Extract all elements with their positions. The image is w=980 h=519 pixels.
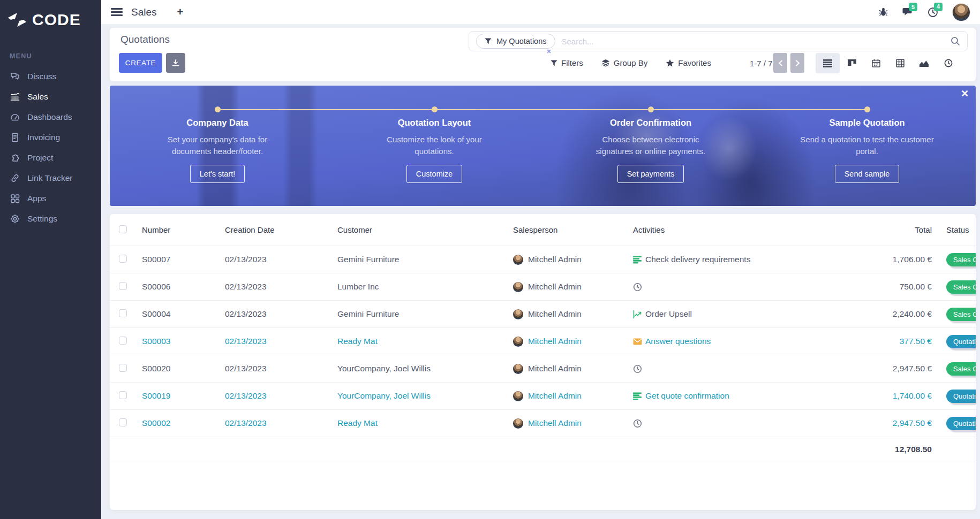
facet-label: My Quotations [496, 37, 547, 45]
view-graph-icon[interactable] [912, 53, 936, 73]
sidebar: CODE MENU Discuss Sales Dashboards Invoi… [0, 0, 101, 519]
row-checkbox[interactable] [119, 309, 127, 317]
table-row[interactable]: S00004 02/13/2023 Gemini Furniture Mitch… [110, 301, 976, 328]
table-footer: 12,708.50 [110, 437, 976, 462]
activity-cell[interactable]: Order Upsell [633, 309, 820, 319]
table-row[interactable]: S00019 02/13/2023 YourCompany, Joel Will… [110, 383, 976, 410]
row-checkbox[interactable] [119, 364, 127, 372]
activities-count-badge: 4 [934, 3, 943, 11]
column-header-creation-date[interactable]: Creation Date [225, 225, 337, 234]
view-pivot-icon[interactable] [888, 53, 912, 73]
table-row[interactable]: S00002 02/13/2023 Ready Mat Mitchell Adm… [110, 410, 976, 437]
customize-button[interactable]: Customize [406, 165, 463, 183]
activity-icon [633, 364, 642, 373]
sidebar-item-project[interactable]: Project [0, 148, 101, 168]
table-row[interactable]: S00003 02/13/2023 Ready Mat Mitchell Adm… [110, 328, 976, 355]
salesperson-name: Mitchell Admin [528, 337, 582, 346]
debug-bug-icon[interactable] [878, 7, 888, 17]
salesperson-avatar [513, 282, 523, 292]
bank-icon [10, 91, 20, 102]
status-badge: Quotation [946, 335, 976, 348]
activity-cell[interactable]: Check delivery requirements [633, 255, 820, 264]
row-checkbox[interactable] [119, 282, 127, 290]
view-kanban-icon[interactable] [840, 53, 864, 73]
row-checkbox[interactable] [119, 255, 127, 263]
pager-previous-button[interactable] [773, 53, 787, 73]
menu-toggle-icon[interactable] [111, 6, 123, 18]
grid-icon [10, 193, 20, 204]
sidebar-item-sales[interactable]: Sales [0, 87, 101, 107]
view-list-icon[interactable] [816, 53, 840, 73]
download-icon [171, 59, 180, 67]
total-amount: 2,947.50 € [820, 418, 932, 428]
user-avatar[interactable] [952, 3, 970, 21]
layers-icon [601, 59, 610, 67]
sidebar-item-discuss[interactable]: Discuss [0, 66, 101, 87]
search-facet-my-quotations[interactable]: My Quotations ✕ [476, 34, 555, 49]
new-tab-button[interactable]: + [177, 6, 184, 18]
column-header-number[interactable]: Number [142, 225, 225, 234]
create-button[interactable]: CREATE [119, 53, 162, 73]
table-row[interactable]: S00007 02/13/2023 Gemini Furniture Mitch… [110, 246, 976, 273]
brand[interactable]: CODE [0, 0, 101, 34]
search-input[interactable] [562, 37, 951, 46]
customer-name: Gemini Furniture [337, 255, 513, 264]
sidebar-item-label: Invoicing [27, 133, 60, 142]
filters-button[interactable]: Filters [551, 58, 583, 67]
activity-cell[interactable] [633, 283, 820, 292]
activity-icon [633, 337, 642, 346]
activity-cell[interactable]: Answer questions [633, 337, 820, 346]
set-payments-button[interactable]: Set payments [617, 165, 684, 183]
activities-clock-icon[interactable]: 4 [928, 7, 938, 18]
sidebar-item-link-tracker[interactable]: Link Tracker [0, 168, 101, 188]
messages-icon[interactable]: 5 [902, 7, 914, 17]
column-header-activities[interactable]: Activities [633, 225, 820, 234]
activity-icon [633, 283, 642, 292]
row-checkbox[interactable] [119, 337, 127, 345]
chat-icon [10, 71, 20, 82]
sidebar-item-apps[interactable]: Apps [0, 188, 101, 209]
topbar: Sales + 5 4 [101, 0, 980, 24]
activity-icon [633, 255, 642, 264]
table-row[interactable]: S00006 02/13/2023 Lumber Inc Mitchell Ad… [110, 273, 976, 301]
close-icon[interactable]: ✕ [961, 89, 969, 98]
group-by-button[interactable]: Group By [601, 58, 647, 67]
row-checkbox[interactable] [119, 418, 127, 426]
view-activity-icon[interactable] [936, 53, 960, 73]
sidebar-item-dashboards[interactable]: Dashboards [0, 107, 101, 127]
activity-cell[interactable]: Get quote confirmation [633, 391, 820, 401]
search-bar[interactable]: My Quotations ✕ [469, 31, 968, 51]
row-checkbox[interactable] [119, 391, 127, 399]
lets-start-button[interactable]: Let's start! [190, 165, 245, 183]
salesperson-name: Mitchell Admin [528, 255, 582, 264]
sidebar-item-invoicing[interactable]: Invoicing [0, 127, 101, 148]
onboarding-step-company-data: Company Data Set your company's data for… [132, 118, 303, 183]
creation-date: 02/13/2023 [225, 309, 337, 319]
activity-label: Order Upsell [645, 309, 692, 319]
search-icon[interactable] [951, 36, 960, 46]
pager-next-button[interactable] [790, 53, 804, 73]
timeline-dot [864, 106, 870, 112]
salesperson-name: Mitchell Admin [528, 364, 582, 373]
export-button[interactable] [166, 53, 185, 73]
timeline-dot [215, 106, 221, 112]
sidebar-item-label: Link Tracker [27, 173, 72, 183]
favorites-button[interactable]: Favorites [666, 58, 711, 67]
salesperson-avatar [513, 418, 523, 429]
column-header-salesperson[interactable]: Salesperson [513, 225, 633, 234]
view-calendar-icon[interactable] [864, 53, 888, 73]
send-sample-button[interactable]: Send sample [835, 165, 900, 183]
activity-icon [633, 310, 642, 319]
table-row[interactable]: S00020 02/13/2023 YourCompany, Joel Will… [110, 355, 976, 383]
activity-cell[interactable] [633, 364, 820, 373]
customer-name: YourCompany, Joel Willis [337, 391, 513, 401]
onboarding-step-quotation-layout: Quotation Layout Customize the look of y… [349, 118, 520, 183]
creation-date: 02/13/2023 [225, 255, 337, 264]
activity-cell[interactable] [633, 419, 820, 428]
sidebar-item-settings[interactable]: Settings [0, 209, 101, 229]
favorites-label: Favorites [678, 58, 711, 67]
column-header-total[interactable]: Total [820, 225, 932, 234]
select-all-checkbox[interactable] [119, 225, 127, 233]
column-header-customer[interactable]: Customer [337, 225, 513, 234]
column-header-status[interactable]: Status [932, 225, 976, 234]
